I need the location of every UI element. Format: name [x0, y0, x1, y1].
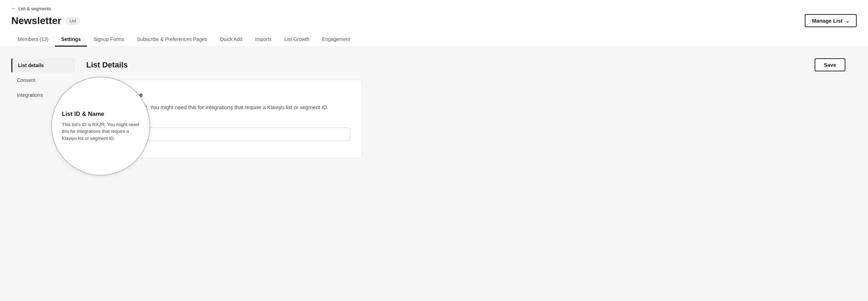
- tab-subscribe-preferences[interactable]: Subscribe & Preferences Pages: [131, 33, 213, 47]
- list-details-card: List ID & Name This list's ID is RX2R. Y…: [86, 80, 362, 158]
- chevron-down-icon: ⌄: [845, 18, 850, 24]
- magnifier-content: List ID & Name This list's ID is RX2R. Y…: [52, 101, 149, 152]
- back-arrow-icon: ←: [11, 6, 16, 11]
- magnifier-title: List ID & Name: [62, 111, 140, 118]
- title-left: Newsletter List: [11, 15, 80, 26]
- back-link-label: List & segments: [18, 6, 51, 11]
- section-title: List Details: [86, 60, 128, 70]
- back-link[interactable]: ← List & segments: [11, 6, 857, 11]
- page-title: Newsletter: [11, 15, 61, 26]
- tab-signup-forms[interactable]: Signup Forms: [87, 33, 130, 47]
- tab-bar: Members (13)SettingsSignup FormsSubscrib…: [11, 33, 857, 47]
- magnifier-text: This list's ID is RX2R. You might need t…: [62, 121, 140, 142]
- tab-engagement[interactable]: Engagement: [316, 33, 356, 47]
- content-area: List detailsConsentIntegrations List Det…: [0, 47, 868, 291]
- header: ← List & segments Newsletter List Manage…: [0, 0, 868, 47]
- list-type-badge: List: [66, 17, 80, 24]
- tab-quick-add[interactable]: Quick Add: [213, 33, 249, 47]
- main-content: List Details Save List ID & Name This li…: [75, 58, 857, 280]
- save-button[interactable]: Save: [815, 58, 845, 71]
- tab-list-growth[interactable]: List Growth: [278, 33, 316, 47]
- sidebar-item-consent[interactable]: Consent: [11, 73, 75, 87]
- tab-members[interactable]: Members (13): [11, 33, 55, 47]
- magnifier-overlay: List ID & Name This list's ID is RX2R. Y…: [51, 77, 150, 176]
- manage-list-label: Manage List: [812, 18, 843, 24]
- sidebar-item-list-details[interactable]: List details: [11, 58, 75, 72]
- tab-imports[interactable]: Imports: [249, 33, 278, 47]
- tab-settings[interactable]: Settings: [55, 33, 87, 47]
- section-header: List Details Save: [86, 58, 845, 71]
- manage-list-button[interactable]: Manage List ⌄: [805, 14, 857, 27]
- title-row: Newsletter List Manage List ⌄: [11, 14, 857, 27]
